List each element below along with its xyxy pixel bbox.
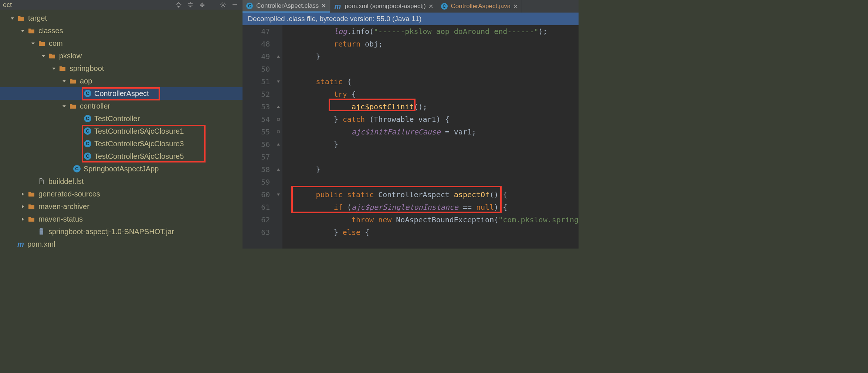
fold-close-icon[interactable] (274, 163, 282, 176)
code-line[interactable] (285, 63, 579, 75)
editor-tab[interactable]: CControllerAspect.class✕ (243, 0, 330, 13)
code-line[interactable]: } catch (Throwable var1) { (285, 113, 579, 126)
tree-item-label: TestController (94, 113, 140, 124)
chevron-down-icon[interactable] (10, 16, 15, 20)
gutter-line-number: 51 (243, 75, 270, 88)
class-icon: C (84, 115, 91, 122)
code-line[interactable]: } (285, 138, 579, 151)
code-line[interactable]: if (ajc$perSingletonInstance == null) { (285, 201, 579, 213)
tree-file-pom[interactable]: mpom.xml (0, 238, 243, 249)
code-line[interactable]: public static ControllerAspect aspectOf(… (285, 188, 579, 201)
fold-open-icon[interactable] (274, 188, 282, 201)
fold-gutter-blank (274, 176, 282, 188)
tree-folder-maven-status[interactable]: maven-status (0, 213, 243, 225)
fold-open-icon[interactable] (274, 75, 282, 88)
svg-rect-14 (40, 229, 43, 235)
editor-code-area[interactable]: log.info("------pkslow aop doAround end-… (282, 25, 579, 249)
folder-icon (38, 39, 46, 47)
tree-item-label: maven-archiver (38, 201, 89, 212)
tree-item-label: generated-sources (38, 188, 100, 200)
class-icon: C (84, 90, 91, 97)
code-editor[interactable]: 4748495051525354555657585960616263 log.i… (243, 25, 579, 249)
folder-icon (27, 202, 35, 211)
file-icon (37, 177, 45, 185)
chevron-down-icon[interactable] (51, 66, 56, 71)
chevron-down-icon[interactable] (61, 104, 67, 108)
editor-tab[interactable]: mpom.xml (springboot-aspectj)✕ (330, 0, 437, 13)
chevron-down-icon[interactable] (30, 41, 35, 45)
gutter-line-number: 50 (243, 63, 270, 75)
code-line[interactable]: } (285, 163, 579, 176)
class-icon: C (441, 3, 448, 10)
tree-folder-com[interactable]: com (0, 37, 243, 49)
code-line[interactable] (285, 176, 579, 188)
tree-item-label: aop (80, 75, 92, 87)
tree-folder-maven-archiver[interactable]: maven-archiver (0, 200, 243, 213)
tree-folder-pkslow[interactable]: pkslow (0, 49, 243, 62)
tree-item-label: springboot-aspectj-1.0-SNAPSHOT.jar (48, 226, 174, 237)
fold-close-icon[interactable] (274, 138, 282, 151)
code-line[interactable]: throw new NoAspectBoundException("com.pk… (285, 213, 579, 226)
project-tree[interactable]: targetclassescompkslowspringbootaopCCont… (0, 10, 243, 249)
code-line[interactable]: log.info("------pkslow aop doAround end-… (285, 25, 579, 38)
class-icon: C (246, 3, 253, 9)
chevron-right-icon[interactable] (20, 205, 25, 209)
maven-icon: m (334, 3, 341, 10)
code-line[interactable]: ajc$initFailureCause = var1; (285, 126, 579, 138)
editor-tabs-bar: CControllerAspect.class✕mpom.xml (spring… (243, 0, 579, 13)
tree-class-ajcclosure3[interactable]: CTestController$AjcClosure3 (0, 137, 243, 150)
folder-icon (17, 14, 25, 22)
editor-fold-column[interactable] (274, 25, 282, 249)
tree-folder-generated-sources[interactable]: generated-sources (0, 188, 243, 200)
fold-close-icon[interactable] (274, 50, 282, 63)
tree-class-springbootaspectjapp[interactable]: CSpringbootAspectJApp (0, 162, 243, 175)
collapse-all-icon[interactable] (197, 0, 207, 10)
tree-class-testcontroller[interactable]: CTestController (0, 112, 243, 125)
class-icon: C (84, 153, 91, 160)
code-line[interactable]: } else { (285, 226, 579, 239)
gear-icon[interactable] (218, 0, 228, 10)
tree-folder-target[interactable]: target (0, 12, 243, 24)
tree-folder-springboot[interactable]: springboot (0, 62, 243, 75)
code-line[interactable]: ajc$postClinit(); (285, 100, 579, 113)
close-icon[interactable]: ✕ (513, 3, 518, 10)
locate-icon[interactable] (174, 0, 183, 10)
hide-icon[interactable] (230, 0, 240, 10)
tree-class-ajcclosure5[interactable]: CTestController$AjcClosure5 (0, 150, 243, 162)
fold-block-icon[interactable] (274, 113, 282, 126)
tree-item-label: ControllerAspect (94, 88, 149, 99)
tree-item-label: SpringbootAspectJApp (84, 163, 159, 175)
tree-folder-controller[interactable]: controller (0, 100, 243, 112)
fold-block-icon[interactable] (274, 126, 282, 138)
folder-icon (58, 64, 67, 72)
tree-file-snapshot-jar[interactable]: springboot-aspectj-1.0-SNAPSHOT.jar (0, 225, 243, 238)
project-selector-label[interactable]: ect (3, 1, 12, 9)
close-icon[interactable]: ✕ (428, 3, 433, 10)
tree-class-ajcclosure1[interactable]: CTestController$AjcClosure1 (0, 125, 243, 137)
tree-folder-classes[interactable]: classes (0, 24, 243, 37)
decompile-info-bar: Decompiled .class file, bytecode version… (243, 13, 579, 25)
fold-gutter-blank (274, 88, 282, 100)
chevron-down-icon[interactable] (20, 29, 25, 33)
expand-all-icon[interactable] (186, 0, 195, 10)
close-icon[interactable]: ✕ (321, 2, 326, 9)
code-line[interactable]: try { (285, 88, 579, 100)
code-line[interactable]: return obj; (285, 38, 579, 50)
editor-tab[interactable]: CControllerAspect.java✕ (437, 0, 522, 13)
gutter-line-number: 63 (243, 226, 270, 239)
chevron-right-icon[interactable] (20, 192, 25, 196)
code-line[interactable]: static { (285, 75, 579, 88)
chevron-down-icon[interactable] (41, 54, 46, 58)
gutter-line-number: 60 (243, 188, 270, 201)
project-tree-panel: ect targetclassescompkslow (0, 0, 243, 249)
tree-file-builddef[interactable]: builddef.lst (0, 175, 243, 188)
code-line[interactable]: } (285, 50, 579, 63)
tree-folder-aop[interactable]: aop (0, 75, 243, 87)
tree-item-label: pom.xml (27, 238, 55, 249)
code-line[interactable] (285, 151, 579, 163)
folder-icon (27, 215, 35, 223)
chevron-right-icon[interactable] (20, 217, 25, 221)
fold-close-icon[interactable] (274, 100, 282, 113)
tree-class-controlleraspect[interactable]: CControllerAspect (0, 87, 243, 100)
chevron-down-icon[interactable] (61, 79, 67, 83)
